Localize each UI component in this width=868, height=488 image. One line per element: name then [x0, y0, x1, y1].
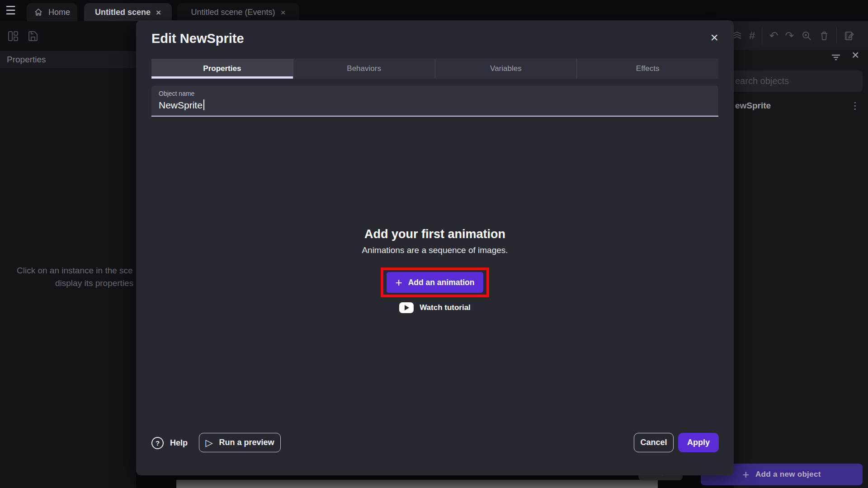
tab-properties-label: Properties [203, 64, 241, 73]
object-item-label: ewSprite [735, 101, 771, 111]
help-button[interactable]: ? Help [151, 433, 188, 453]
dialog-title: Edit NewSprite [151, 31, 244, 46]
object-name-value: NewSprite [159, 99, 204, 111]
scene-toolbar: # ↶ ↷ [728, 21, 868, 50]
top-bar: ☰ Home Untitled scene × Untitled scene (… [0, 0, 868, 21]
tab-untitled-scene[interactable]: Untitled scene × [84, 3, 172, 21]
home-icon [34, 8, 43, 17]
plus-icon: + [742, 469, 749, 480]
object-list-item[interactable]: ewSprite ⋮ [734, 95, 868, 117]
save-icon[interactable] [27, 30, 39, 42]
hamburger-menu-icon[interactable]: ☰ [5, 4, 16, 17]
edit-object-dialog: Edit NewSprite × Properties Behaviors Va… [136, 20, 734, 475]
close-icon[interactable]: × [852, 48, 859, 62]
undo-icon[interactable]: ↶ [769, 30, 778, 41]
dialog-tab-bar: Properties Behaviors Variables Effects [151, 59, 718, 79]
run-preview-button[interactable]: ▷ Run a preview [199, 433, 281, 452]
close-icon[interactable]: × [280, 8, 285, 17]
help-label: Help [170, 438, 188, 448]
zoom-in-icon[interactable] [801, 30, 812, 41]
search-placeholder: earch objects [735, 76, 789, 86]
layout-dashboard-icon[interactable] [7, 30, 19, 42]
left-toolbar [0, 21, 136, 51]
object-name-label: Object name [159, 90, 194, 97]
text-caret [203, 99, 204, 110]
properties-empty-text-line1: Click on an instance in the sce [17, 266, 136, 276]
add-animation-button[interactable]: + Add an animation [387, 272, 483, 293]
empty-state-heading: Add your first animation [136, 227, 734, 241]
filter-icon[interactable] [830, 52, 842, 63]
close-icon[interactable]: × [156, 8, 161, 17]
tab-behaviors[interactable]: Behaviors [293, 59, 435, 79]
plus-icon: + [396, 277, 402, 288]
tab-events-label: Untitled scene (Events) [191, 8, 275, 17]
more-options-icon[interactable]: ⋮ [850, 100, 860, 111]
grid-icon[interactable]: # [749, 30, 755, 41]
run-preview-label: Run a preview [219, 438, 274, 447]
tab-variables[interactable]: Variables [435, 59, 577, 79]
tab-variables-label: Variables [490, 64, 522, 73]
tab-behaviors-label: Behaviors [347, 64, 381, 73]
cancel-button[interactable]: Cancel [634, 433, 674, 452]
properties-panel-title: Properties [7, 55, 46, 65]
tab-effects-label: Effects [636, 64, 660, 73]
redo-icon[interactable]: ↷ [785, 30, 794, 41]
properties-panel-header: Properties [0, 51, 136, 68]
add-object-label: Add a new object [755, 470, 821, 479]
play-icon: ▷ [205, 438, 212, 447]
search-objects-input[interactable]: earch objects [722, 70, 863, 92]
scene-canvas [176, 480, 658, 488]
youtube-icon [399, 302, 414, 313]
tab-untitled-scene-events[interactable]: Untitled scene (Events) × [177, 3, 299, 21]
watch-tutorial-label: Watch tutorial [420, 303, 471, 312]
edit-scene-icon[interactable] [844, 30, 854, 41]
apply-button[interactable]: Apply [678, 433, 719, 452]
tab-home-label: Home [48, 8, 70, 17]
close-icon[interactable]: × [710, 30, 718, 45]
add-animation-label: Add an animation [408, 278, 475, 287]
help-icon: ? [151, 437, 164, 449]
dialog-footer: ? Help ▷ Run a preview Cancel Apply [136, 433, 734, 453]
watch-tutorial-link[interactable]: Watch tutorial [136, 302, 734, 313]
empty-state-subtitle: Animations are a sequence of images. [136, 245, 734, 255]
object-name-field[interactable]: Object name NewSprite [151, 86, 718, 117]
highlight-rectangle: + Add an animation [381, 267, 489, 297]
tab-scene-label: Untitled scene [95, 8, 151, 17]
tab-properties[interactable]: Properties [151, 59, 293, 79]
properties-empty-text-line2: display its properties [55, 278, 133, 288]
trash-icon[interactable] [819, 30, 830, 41]
toolbar-divider [836, 28, 837, 44]
tab-effects[interactable]: Effects [576, 59, 718, 79]
toolbar-divider [762, 28, 762, 44]
tab-home[interactable]: Home [27, 3, 77, 21]
